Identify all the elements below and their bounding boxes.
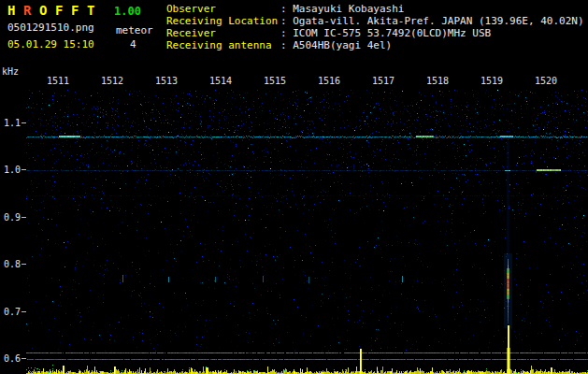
title-letter: F — [55, 3, 71, 18]
time-tick-label: 1520 — [532, 76, 560, 86]
title-letter: O — [39, 3, 55, 18]
title-letter: F — [71, 3, 87, 18]
info-label: Receiving Location — [166, 15, 280, 27]
time-tick-label: 1511 — [44, 76, 72, 86]
meteor-counter-value: 4 — [130, 38, 136, 50]
freq-tick-label: 0.8 — [0, 259, 21, 269]
info-row-location: Receiving Location: Ogata-vill. Akita-Pr… — [166, 15, 584, 27]
info-value: A504HB(yagi 4el) — [293, 39, 392, 51]
meteor-counter-label: meteor — [116, 24, 153, 36]
colon: : — [280, 39, 293, 51]
app-version: 1.00 — [114, 5, 141, 18]
freq-tick-label: 0.6 — [0, 353, 21, 364]
observation-datetime: 05.01.29 15:10 — [7, 38, 94, 50]
freq-tick-label: 1.0 — [0, 165, 21, 175]
freq-tick-label: 0.9 — [0, 212, 21, 223]
time-tick-label: 1519 — [478, 76, 506, 86]
time-tick-label: 1512 — [98, 76, 126, 86]
colon: : — [280, 15, 293, 27]
info-label: Observer — [166, 3, 280, 15]
freq-tick-label: 1.1 — [0, 118, 21, 128]
app-title: HROFFT — [7, 3, 103, 18]
info-row-receiver: Receiver: ICOM IC-575 53.7492(0LCD)MHz U… — [166, 27, 584, 39]
time-tick-label: 1514 — [207, 76, 235, 86]
info-value: Ogata-vill. Akita-Pref. JAPAN (139.96E, … — [293, 15, 583, 27]
info-value: Masayuki Kobayashi — [293, 3, 404, 15]
time-tick-label: 1518 — [423, 76, 452, 86]
time-tick-label: 1513 — [152, 76, 180, 86]
title-letter: R — [23, 3, 39, 18]
time-tick-label: 1516 — [315, 76, 343, 86]
info-row-observer: Observer: Masayuki Kobayashi — [166, 3, 584, 15]
time-tick-label: 1515 — [261, 76, 289, 86]
info-value: ICOM IC-575 53.7492(0LCD)MHz USB — [293, 27, 491, 39]
y-axis-unit-label: kHz — [2, 66, 19, 77]
spectrogram-canvas — [26, 90, 588, 374]
title-letter: H — [7, 3, 23, 18]
station-info: Observer: Masayuki Kobayashi Receiving L… — [166, 3, 584, 51]
info-label: Receiver — [166, 27, 280, 39]
colon: : — [280, 3, 293, 15]
title-letter: T — [87, 3, 103, 18]
freq-tick-label: 0.7 — [0, 307, 21, 317]
colon: : — [280, 27, 293, 39]
info-row-antenna: Receiving antenna: A504HB(yagi 4el) — [166, 39, 584, 51]
time-tick-label: 1517 — [369, 76, 397, 86]
info-label: Receiving antenna — [166, 39, 280, 51]
output-filename: 0501291510.png — [7, 22, 94, 34]
hrofft-window: HROFFT 1.00 0501291510.png meteor 4 05.0… — [0, 0, 588, 374]
